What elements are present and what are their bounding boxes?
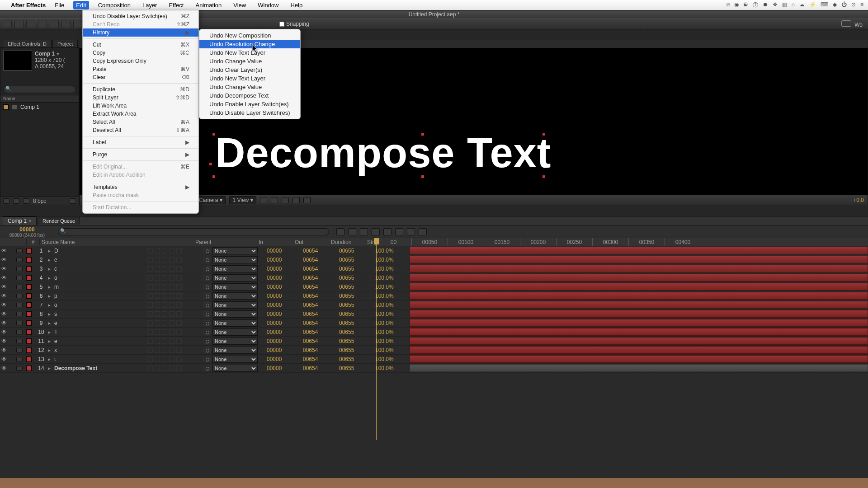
layer-out[interactable]: 00654 [301, 347, 337, 353]
menubar-tray-icon[interactable]: ☁ [799, 1, 805, 9]
submenu-item[interactable]: Undo Change Value [199, 57, 300, 66]
layer-duration[interactable]: 00655 [337, 347, 373, 353]
layer-row[interactable]: 👁5▸mNone000000065400655100.0% [0, 282, 868, 291]
header-source-name[interactable]: Source Name [40, 239, 139, 245]
menu-item[interactable]: Duplicate⌘D [83, 85, 198, 94]
close-icon[interactable]: × [28, 218, 32, 224]
hand-tool-icon[interactable] [14, 20, 24, 28]
layer-row[interactable]: 👁9▸eNone000000065400655100.0% [0, 319, 868, 328]
visibility-toggle-icon[interactable]: 👁 [0, 320, 8, 326]
folder-icon[interactable] [13, 198, 19, 204]
layer-duration[interactable]: 00655 [337, 293, 373, 299]
selection-tool-icon[interactable] [3, 20, 12, 28]
menu-item[interactable]: Undo Disable Layer Switch(es)⌘Z [83, 12, 198, 20]
visibility-toggle-icon[interactable]: 👁 [0, 338, 8, 344]
label-color-icon[interactable] [26, 257, 34, 263]
layer-name[interactable]: p [53, 293, 147, 299]
layer-in[interactable]: 00000 [265, 293, 301, 299]
snapping-toggle[interactable]: Snapping [279, 21, 309, 27]
layer-switches[interactable] [147, 338, 202, 344]
layer-stretch[interactable]: 100.0% [373, 311, 410, 317]
layer-bar[interactable] [410, 310, 868, 318]
visibility-toggle-icon[interactable]: 👁 [0, 329, 8, 335]
pickwhip-icon[interactable] [203, 311, 211, 317]
submenu-item[interactable]: Undo New Text Layer [199, 74, 300, 83]
layer-stretch[interactable]: 100.0% [373, 320, 410, 326]
layer-in[interactable]: 00000 [265, 248, 301, 254]
layer-bar[interactable] [410, 274, 868, 282]
layer-switches[interactable] [147, 275, 202, 281]
twirl-icon[interactable]: ▸ [48, 329, 53, 335]
layer-bar-area[interactable] [410, 346, 868, 354]
visibility-toggle-icon[interactable]: 👁 [0, 293, 8, 299]
menu-edit[interactable]: Edit [73, 1, 89, 9]
menu-file[interactable]: File [52, 1, 67, 9]
layer-in[interactable]: 00000 [265, 311, 301, 317]
layer-row[interactable]: 👁11▸eNone000000065400655100.0% [0, 337, 868, 346]
twirl-icon[interactable]: ▸ [48, 284, 53, 290]
twirl-icon[interactable]: ▸ [48, 356, 53, 362]
parent-select[interactable]: None [212, 328, 258, 336]
menu-item[interactable]: Copy Expression Only [83, 57, 198, 65]
snapping-checkbox[interactable] [279, 22, 284, 27]
label-color-icon[interactable] [26, 366, 34, 371]
submenu-item[interactable]: Undo Disable Layer Switch(es) [199, 108, 300, 117]
submenu-item[interactable]: Undo Decompose Text [199, 91, 300, 100]
twirl-icon[interactable]: ▸ [48, 320, 53, 326]
project-header-name[interactable]: Name [0, 95, 79, 103]
exposure-value[interactable]: +0.0 [853, 197, 864, 203]
menu-item[interactable]: Paste⌘V [83, 65, 198, 73]
twirl-icon[interactable]: ▸ [48, 311, 53, 317]
menu-item[interactable]: History▶ [83, 28, 198, 37]
twirl-icon[interactable]: ▸ [48, 302, 53, 308]
reset-exposure-icon[interactable] [303, 197, 311, 203]
fast-previews-icon[interactable] [271, 197, 278, 203]
layer-in[interactable]: 00000 [265, 356, 301, 362]
layer-in[interactable]: 00000 [265, 320, 301, 326]
submenu-item[interactable]: Undo Resolution Change [199, 40, 300, 48]
layer-switches[interactable] [147, 257, 202, 263]
layer-out[interactable]: 00654 [301, 302, 337, 308]
pickwhip-icon[interactable] [203, 329, 211, 335]
pan-behind-tool-icon[interactable] [61, 20, 71, 28]
layer-switches[interactable] [147, 302, 202, 308]
label-color-icon[interactable] [26, 311, 34, 317]
layer-bar[interactable] [410, 265, 868, 272]
label-color-icon[interactable] [26, 293, 34, 299]
dropdown-triangle-icon[interactable]: ▾ [57, 51, 59, 57]
menu-item[interactable]: Clear⌫ [83, 73, 198, 81]
timecode[interactable]: 00000 00000 (24.00 fps) [0, 225, 54, 238]
brainstorm-icon[interactable] [383, 228, 392, 235]
layer-bar-area[interactable] [410, 264, 868, 273]
camera-tool-icon[interactable] [50, 20, 59, 28]
layer-bar-area[interactable] [410, 364, 868, 372]
layer-name[interactable]: e [53, 320, 147, 326]
menubar-tray-icon[interactable]: ⊙ [851, 1, 856, 9]
twirl-icon[interactable]: ▸ [48, 338, 53, 344]
layer-row[interactable]: 👁14▸Decompose TextNone000000065400655100… [0, 364, 868, 373]
solo-toggle-icon[interactable] [16, 357, 26, 361]
shy-icon[interactable] [419, 228, 427, 235]
layer-switches[interactable] [147, 284, 202, 290]
layer-duration[interactable]: 00655 [337, 248, 373, 254]
layer-in[interactable]: 00000 [265, 338, 301, 344]
layer-out[interactable]: 00654 [301, 284, 337, 290]
current-time-indicator[interactable] [376, 238, 377, 440]
tab-comp1[interactable]: Comp 1× [3, 216, 37, 225]
layer-duration[interactable]: 00655 [337, 257, 373, 263]
parent-select[interactable]: None [212, 292, 258, 300]
layer-stretch[interactable]: 100.0% [373, 293, 410, 299]
pickwhip-icon[interactable] [203, 320, 211, 326]
timeline-search-input[interactable] [58, 228, 329, 235]
layer-out[interactable]: 00654 [301, 248, 337, 254]
visibility-toggle-icon[interactable]: 👁 [0, 311, 8, 317]
menubar-tray-icon[interactable]: ☯ [743, 1, 748, 9]
menubar-tray-icon[interactable]: ⌨ [821, 1, 828, 9]
layer-bar-area[interactable] [410, 300, 868, 309]
layer-name[interactable]: t [53, 356, 147, 362]
menu-item[interactable]: Copy⌘C [83, 49, 198, 57]
draft-3d-icon[interactable] [348, 228, 356, 235]
label-color-icon[interactable] [26, 266, 34, 272]
new-comp-icon[interactable] [23, 198, 29, 204]
pickwhip-icon[interactable] [203, 275, 211, 281]
